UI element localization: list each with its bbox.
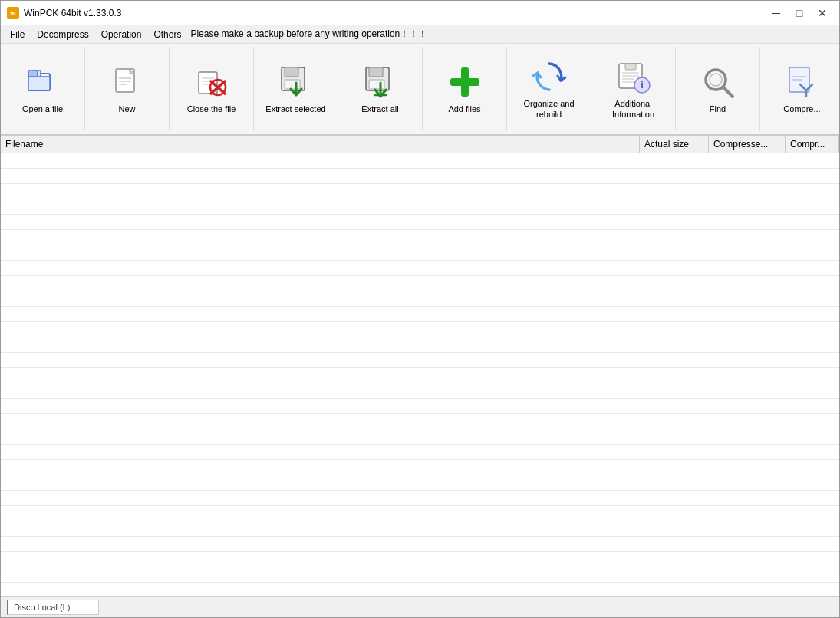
compress-button[interactable]: Compre... <box>760 47 839 131</box>
table-row <box>1 306 839 321</box>
table-row <box>1 536 839 551</box>
add-files-icon <box>446 64 483 100</box>
open-a-file-button[interactable]: Open a file <box>1 47 85 131</box>
col-header-compressed-size[interactable]: Compresse... <box>709 136 786 153</box>
menu-operation[interactable]: Operation <box>95 28 148 41</box>
organize-and-rebuild-label: Organize and rebuild <box>515 98 584 120</box>
table-row <box>1 413 839 429</box>
status-bar: Disco Local (I:) <box>1 596 839 617</box>
app-icon: W <box>7 7 19 19</box>
menu-others[interactable]: Others <box>147 28 187 41</box>
svg-rect-3 <box>28 77 50 90</box>
table-row <box>1 505 839 521</box>
table-row <box>1 275 839 291</box>
find-button[interactable]: Find <box>676 47 760 131</box>
close-the-file-button[interactable]: Close the file <box>170 47 254 131</box>
svg-rect-26 <box>450 78 479 86</box>
table-row <box>1 229 839 245</box>
open-a-file-label: Open a file <box>22 104 63 114</box>
organize-and-rebuild-icon <box>531 58 568 95</box>
additional-information-button[interactable]: i Additional Information <box>591 47 676 131</box>
table-row <box>1 352 839 367</box>
table-header-row: Filename Actual size Compresse... Compr.… <box>1 136 839 153</box>
compress-icon <box>784 64 821 100</box>
table-row <box>1 260 839 275</box>
add-files-button[interactable]: Add files <box>423 47 507 131</box>
file-table-body <box>1 153 839 596</box>
col-header-filename[interactable]: Filename <box>1 136 640 153</box>
col-header-compr[interactable]: Compr... <box>786 136 839 153</box>
new-icon <box>109 64 146 100</box>
table-row <box>1 459 839 475</box>
table-row <box>1 183 839 199</box>
table-row <box>1 567 839 582</box>
backup-notice: Please make a backup before any writing … <box>190 28 427 41</box>
table-row <box>1 153 839 168</box>
add-files-label: Add files <box>448 104 480 114</box>
status-path: Disco Local (I:) <box>7 600 99 615</box>
compress-label: Compre... <box>783 104 820 114</box>
close-button[interactable]: ✕ <box>812 5 833 21</box>
table-row <box>1 521 839 536</box>
table-row <box>1 429 839 444</box>
table-row <box>1 490 839 505</box>
window-title: WinPCK 64bit v1.33.0.3 <box>24 8 766 18</box>
svg-text:W: W <box>10 10 16 17</box>
table-row <box>1 383 839 398</box>
extract-all-button[interactable]: Extract all <box>338 47 423 131</box>
table-row <box>1 199 839 214</box>
table-row <box>1 551 839 567</box>
close-the-file-icon <box>193 64 230 100</box>
svg-rect-22 <box>369 80 384 89</box>
table-row <box>1 367 839 383</box>
svg-line-36 <box>723 87 733 97</box>
maximize-button[interactable]: □ <box>789 5 810 21</box>
svg-rect-18 <box>285 80 300 89</box>
svg-point-37 <box>710 74 722 86</box>
table-row <box>1 398 839 413</box>
extract-all-label: Extract all <box>361 104 398 114</box>
additional-information-icon: i <box>615 58 652 95</box>
extract-selected-icon <box>278 64 315 100</box>
extract-selected-label: Extract selected <box>265 104 325 114</box>
minimize-button[interactable]: ─ <box>766 5 787 21</box>
open-a-file-icon <box>25 64 61 100</box>
table-row <box>1 582 839 596</box>
file-table: Filename Actual size Compresse... Compr.… <box>1 136 839 596</box>
menu-file[interactable]: File <box>4 28 31 41</box>
svg-text:i: i <box>641 79 644 90</box>
menu-bar: File Decompress Operation Others Please … <box>1 25 839 44</box>
organize-and-rebuild-button[interactable]: Organize and rebuild <box>507 47 591 131</box>
main-window: W WinPCK 64bit v1.33.0.3 ─ □ ✕ File Deco… <box>0 0 840 618</box>
col-header-actual-size[interactable]: Actual size <box>640 136 709 153</box>
close-the-file-label: Close the file <box>187 104 236 114</box>
table-row <box>1 245 839 260</box>
find-icon <box>700 64 736 100</box>
table-row <box>1 444 839 459</box>
table-row <box>1 337 839 352</box>
svg-rect-28 <box>625 64 636 70</box>
table-row <box>1 475 839 490</box>
new-label: New <box>118 104 135 114</box>
table-row <box>1 168 839 183</box>
file-area: Filename Actual size Compresse... Compr.… <box>1 136 839 596</box>
svg-rect-17 <box>285 67 298 77</box>
additional-information-label: Additional Information <box>599 98 668 120</box>
title-bar: W WinPCK 64bit v1.33.0.3 ─ □ ✕ <box>1 1 839 25</box>
table-row <box>1 321 839 337</box>
find-label: Find <box>710 104 726 114</box>
table-row <box>1 291 839 306</box>
new-button[interactable]: New <box>85 47 170 131</box>
svg-rect-21 <box>369 67 383 77</box>
extract-all-icon <box>362 64 399 100</box>
toolbar: Open a file New <box>1 44 839 136</box>
table-row <box>1 214 839 229</box>
extract-selected-button[interactable]: Extract selected <box>254 47 338 131</box>
menu-decompress[interactable]: Decompress <box>31 28 94 41</box>
window-controls: ─ □ ✕ <box>766 5 833 21</box>
svg-rect-4 <box>28 71 38 77</box>
